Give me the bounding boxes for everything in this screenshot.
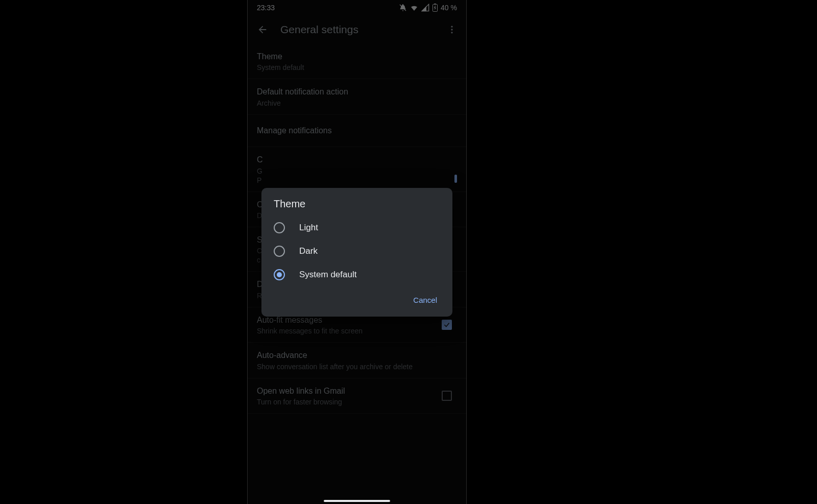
gesture-bar[interactable] [324,500,390,502]
radio-icon [274,246,285,257]
radio-label: System default [299,270,356,280]
theme-option-system-default[interactable]: System default [261,263,452,286]
theme-option-dark[interactable]: Dark [261,239,452,263]
theme-option-light[interactable]: Light [261,216,452,239]
dialog-title: Theme [261,188,452,216]
radio-label: Dark [299,246,318,256]
radio-icon [274,269,285,280]
radio-icon [274,222,285,233]
radio-label: Light [299,223,318,233]
cancel-button[interactable]: Cancel [406,291,444,309]
phone-frame: 23:33 40 % General settings [247,0,467,504]
theme-dialog: Theme Light Dark System default Cancel [261,188,452,317]
